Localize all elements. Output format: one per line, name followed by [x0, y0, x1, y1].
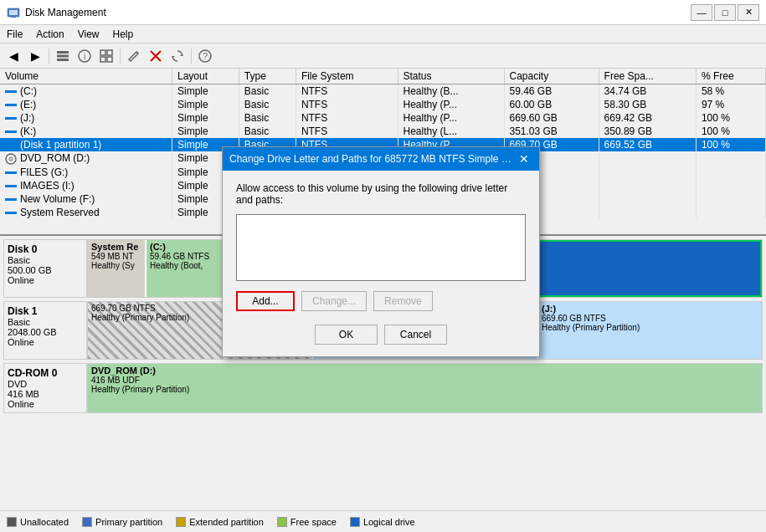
modal-title: Change Drive Letter and Paths for 685772…	[229, 153, 516, 165]
modal-close-button[interactable]: ✕	[516, 151, 532, 167]
cancel-button[interactable]: Cancel	[384, 325, 447, 345]
modal-action-buttons: Add... Change... Remove	[236, 291, 526, 311]
modal-overlay: Change Drive Letter and Paths for 685772…	[0, 0, 766, 532]
modal-listbox[interactable]	[236, 214, 526, 281]
ok-button[interactable]: OK	[315, 325, 378, 345]
change-button[interactable]: Change...	[301, 291, 367, 311]
change-drive-letter-dialog: Change Drive Letter and Paths for 685772…	[222, 146, 540, 357]
modal-body: Allow access to this volume by using the…	[223, 171, 539, 356]
modal-ok-buttons: OK Cancel	[236, 325, 526, 345]
add-button[interactable]: Add...	[236, 291, 295, 311]
remove-button[interactable]: Remove	[373, 291, 433, 311]
modal-title-bar: Change Drive Letter and Paths for 685772…	[223, 147, 539, 171]
modal-description: Allow access to this volume by using the…	[236, 182, 526, 206]
